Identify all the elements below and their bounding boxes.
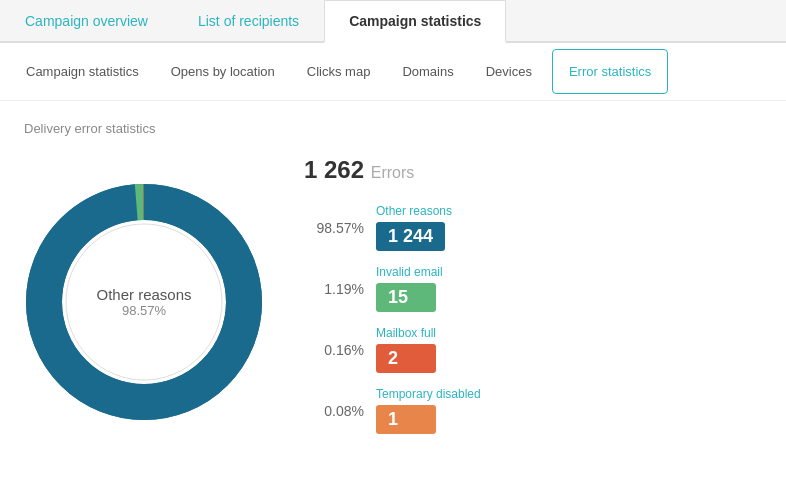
chart-area: Other reasons 98.57% 1 262 Errors 98.57%…	[24, 156, 762, 448]
donut-main-label: Other reasons	[96, 286, 191, 303]
donut-chart: Other reasons 98.57%	[24, 182, 264, 422]
subtab-clicks-map[interactable]: Clicks map	[291, 50, 387, 93]
stat-row: 1.19% Invalid email 15	[304, 265, 762, 312]
stats-list: 1 262 Errors 98.57% Other reasons 1 244 …	[304, 156, 762, 448]
donut-center-text: Other reasons 98.57%	[96, 286, 191, 318]
stat-row: 98.57% Other reasons 1 244	[304, 204, 762, 251]
subtab-campaign-statistics[interactable]: Campaign statistics	[10, 50, 155, 93]
stat-bar-group-3: Temporary disabled 1	[376, 387, 762, 434]
section-title: Delivery error statistics	[24, 121, 762, 136]
stat-bar-group-2: Mailbox full 2	[376, 326, 762, 373]
tab-list-of-recipients[interactable]: List of recipients	[173, 0, 324, 41]
sub-tabs: Campaign statistics Opens by location Cl…	[0, 43, 786, 101]
stat-percent-0: 98.57%	[304, 220, 364, 236]
stat-bar-group-1: Invalid email 15	[376, 265, 762, 312]
stat-category-label-3: Temporary disabled	[376, 387, 762, 401]
stat-badge-3: 1	[376, 405, 436, 434]
stat-rows-container: 98.57% Other reasons 1 244 1.19% Invalid…	[304, 204, 762, 434]
stat-row: 0.16% Mailbox full 2	[304, 326, 762, 373]
stat-badge-0: 1 244	[376, 222, 445, 251]
top-tabs: Campaign overview List of recipients Cam…	[0, 0, 786, 43]
subtab-domains[interactable]: Domains	[386, 50, 469, 93]
stat-badge-1: 15	[376, 283, 436, 312]
stat-badge-2: 2	[376, 344, 436, 373]
total-errors: 1 262 Errors	[304, 156, 762, 184]
subtab-devices[interactable]: Devices	[470, 50, 548, 93]
stat-percent-1: 1.19%	[304, 281, 364, 297]
stat-bar-group-0: Other reasons 1 244	[376, 204, 762, 251]
stat-category-label-1: Invalid email	[376, 265, 762, 279]
donut-sub-label: 98.57%	[96, 303, 191, 318]
tab-campaign-statistics[interactable]: Campaign statistics	[324, 0, 506, 43]
total-errors-value: 1 262	[304, 156, 364, 183]
subtab-opens-by-location[interactable]: Opens by location	[155, 50, 291, 93]
main-content: Delivery error statistics	[0, 101, 786, 468]
stat-category-label-2: Mailbox full	[376, 326, 762, 340]
subtab-error-statistics[interactable]: Error statistics	[552, 49, 668, 94]
stat-percent-2: 0.16%	[304, 342, 364, 358]
tab-campaign-overview[interactable]: Campaign overview	[0, 0, 173, 41]
stat-category-label-0: Other reasons	[376, 204, 762, 218]
stat-percent-3: 0.08%	[304, 403, 364, 419]
total-errors-label: Errors	[371, 164, 415, 181]
stat-row: 0.08% Temporary disabled 1	[304, 387, 762, 434]
